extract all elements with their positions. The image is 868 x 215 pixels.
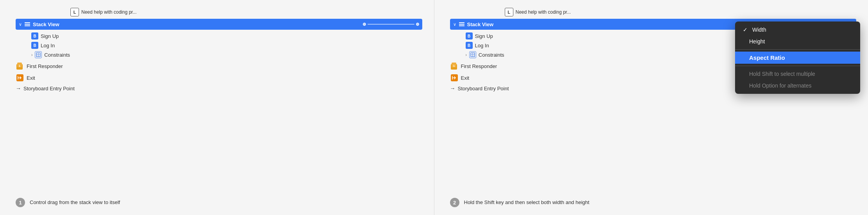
first-responder-item-1: 1 First Responder bbox=[16, 60, 422, 72]
dropdown-hint-option: Hold Option for alternates bbox=[735, 80, 860, 91]
chevron-down-icon-2: ∨ bbox=[453, 22, 456, 27]
constraints-icon-2 bbox=[469, 51, 476, 58]
svg-rect-13 bbox=[459, 25, 464, 26]
slider-left-dot-1 bbox=[363, 23, 366, 26]
tree-item-login-1[interactable]: B Log In bbox=[23, 41, 422, 50]
letter-badge-2: L bbox=[505, 8, 513, 16]
exit-item-1: Exit bbox=[16, 72, 422, 84]
step-text-2: Hold the Shift key and then select both … bbox=[464, 198, 590, 206]
svg-rect-11 bbox=[459, 22, 464, 23]
dropdown-width-label: Width bbox=[752, 27, 766, 33]
slider-track-1[interactable] bbox=[363, 23, 419, 26]
check-mark-icon: ✓ bbox=[743, 27, 749, 33]
svg-rect-12 bbox=[459, 24, 464, 25]
step-1: 1 Control drag from the stack view to it… bbox=[16, 190, 422, 207]
dropdown-item-height[interactable]: Height bbox=[735, 36, 860, 47]
step-circle-2: 2 bbox=[450, 198, 459, 207]
svg-rect-2 bbox=[25, 25, 30, 26]
storyboard-label-1: Storyboard Entry Point bbox=[23, 86, 75, 91]
dropdown-aspect-ratio-label: Aspect Ratio bbox=[749, 54, 785, 61]
constraint-dropdown[interactable]: ✓ Width Height Aspect Ratio Hold Shift t… bbox=[735, 22, 860, 94]
top-label-1: L Need help with coding pr... bbox=[16, 8, 422, 16]
step-2: 2 Hold the Shift key and then select bot… bbox=[450, 190, 857, 207]
storyboard-label-2: Storyboard Entry Point bbox=[458, 86, 509, 91]
top-label-text-2: Need help with coding pr... bbox=[516, 9, 571, 15]
constraints-label-2: Constraints bbox=[479, 52, 504, 58]
slider-line-1 bbox=[368, 24, 414, 25]
expand-chevron-icon-1: › bbox=[31, 53, 32, 57]
storyboard-item-1: → Storyboard Entry Point bbox=[16, 84, 422, 93]
svg-text:1: 1 bbox=[453, 64, 455, 68]
top-label-text-1: Need help with coding pr... bbox=[81, 9, 136, 15]
exit-icon-2 bbox=[450, 73, 459, 82]
svg-rect-0 bbox=[25, 22, 30, 23]
step-circle-1: 1 bbox=[16, 198, 25, 207]
exit-label-2: Exit bbox=[461, 75, 470, 81]
chevron-down-icon-1: ∨ bbox=[19, 22, 22, 27]
svg-rect-1 bbox=[25, 24, 30, 25]
dropdown-item-width[interactable]: ✓ Width bbox=[735, 24, 860, 36]
stack-lines-icon-1 bbox=[24, 21, 30, 27]
constraints-icon-1 bbox=[35, 51, 42, 58]
top-label-2: L Need help with coding pr... bbox=[450, 8, 857, 16]
stack-lines-icon-2 bbox=[459, 21, 465, 27]
first-responder-icon-1: 1 bbox=[16, 62, 24, 70]
b-badge-login-1: B bbox=[31, 42, 38, 49]
panel-1: L Need help with coding pr... ∨ Stack Vi… bbox=[0, 0, 434, 215]
step-text-1: Control drag from the stack view to itse… bbox=[30, 198, 120, 206]
b-badge-login-2: B bbox=[466, 42, 473, 49]
first-responder-icon-2: 1 bbox=[450, 62, 459, 70]
first-responder-label-1: First Responder bbox=[27, 63, 63, 69]
dropdown-hint-shift-label: Hold Shift to select multiple bbox=[749, 71, 815, 77]
b-badge-signup-2: B bbox=[466, 32, 473, 39]
panel-2: L Need help with coding pr... ∨ Stack Vi… bbox=[434, 0, 868, 215]
login-label-1: Log In bbox=[41, 43, 55, 48]
exit-label-1: Exit bbox=[27, 75, 35, 81]
b-badge-signup-1: B bbox=[31, 32, 38, 39]
tree-items-1: B Sign Up B Log In › Constraints bbox=[16, 31, 422, 59]
dropdown-height-label: Height bbox=[749, 38, 765, 45]
constraints-label-1: Constraints bbox=[44, 52, 70, 58]
dropdown-hint-option-label: Hold Option for alternates bbox=[749, 82, 812, 89]
exit-icon-1 bbox=[16, 73, 24, 82]
stack-view-label-1: Stack View bbox=[33, 22, 357, 27]
letter-badge-1: L bbox=[70, 8, 79, 16]
login-label-2: Log In bbox=[475, 43, 489, 48]
dropdown-item-aspect-ratio[interactable]: Aspect Ratio bbox=[735, 52, 860, 64]
constraints-item-1[interactable]: › Constraints bbox=[23, 50, 422, 59]
arrow-icon-2: → bbox=[450, 85, 456, 91]
bottom-items-1: 1 First Responder Exit → Storyboard Entr… bbox=[16, 60, 422, 93]
expand-chevron-icon-2: › bbox=[466, 53, 467, 57]
dropdown-divider-2 bbox=[735, 66, 860, 66]
svg-text:1: 1 bbox=[19, 64, 21, 68]
dropdown-hint-shift: Hold Shift to select multiple bbox=[735, 68, 860, 80]
slider-right-dot-1 bbox=[416, 23, 419, 26]
arrow-icon-1: → bbox=[16, 85, 21, 91]
signup-label-1: Sign Up bbox=[41, 33, 59, 39]
stack-view-row-1[interactable]: ∨ Stack View bbox=[16, 19, 422, 30]
signup-label-2: Sign Up bbox=[475, 33, 493, 39]
first-responder-label-2: First Responder bbox=[461, 63, 497, 69]
tree-item-signup-1[interactable]: B Sign Up bbox=[23, 31, 422, 41]
dropdown-divider bbox=[735, 49, 860, 50]
